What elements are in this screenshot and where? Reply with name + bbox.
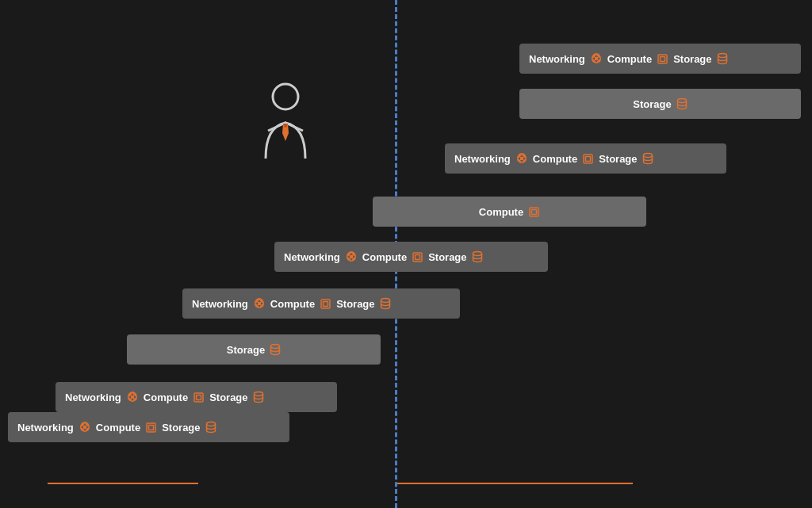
bar-8-storage-label: Storage — [209, 392, 247, 403]
storage-icon-6 — [380, 297, 391, 310]
svg-point-0 — [273, 84, 298, 109]
bar-8-compute-label: Compute — [144, 392, 188, 403]
compute-icon-4 — [528, 206, 540, 218]
bar-6-storage-label: Storage — [336, 298, 374, 310]
bar-5-compute-label: Compute — [362, 251, 407, 263]
networking-icon-8 — [126, 391, 139, 403]
person-icon — [254, 79, 317, 166]
svg-rect-19 — [197, 395, 201, 399]
bar-6-compute-label: Compute — [270, 298, 315, 310]
networking-icon-1 — [590, 52, 603, 65]
bar-8-networking-label: Networking — [65, 392, 121, 403]
svg-point-17 — [271, 345, 280, 349]
svg-rect-9 — [530, 208, 538, 216]
bar-row-8: Networking Compute Storage — [56, 382, 337, 412]
svg-point-13 — [473, 252, 481, 256]
bar-row-7: Storage — [127, 334, 381, 365]
compute-icon-8 — [193, 392, 205, 403]
compute-icon-5 — [412, 251, 423, 263]
storage-icon-8 — [253, 391, 264, 403]
bar-3-compute-label: Compute — [533, 153, 577, 165]
compute-icon-6 — [320, 298, 331, 310]
bar-5-networking-label: Networking — [284, 251, 340, 263]
compute-icon-1 — [657, 53, 668, 65]
diagram-container: Networking Compute Storage Storage Netwo… — [0, 0, 812, 508]
storage-icon-1 — [717, 52, 728, 65]
bar-row-3: Networking Compute Storage — [445, 143, 726, 174]
svg-point-4 — [718, 54, 726, 58]
bar-1-compute-label: Compute — [607, 53, 652, 65]
bottom-line-left — [48, 483, 198, 484]
bar-7-storage-label: Storage — [227, 344, 265, 356]
bar-2-storage-label: Storage — [633, 98, 671, 110]
bar-6-networking-label: Networking — [192, 298, 248, 310]
svg-rect-6 — [584, 155, 592, 163]
bar-9-compute-label: Compute — [96, 422, 140, 434]
bar-row-9: Networking Compute Storage — [8, 412, 289, 442]
svg-point-20 — [254, 392, 262, 396]
networking-icon-6 — [253, 297, 266, 310]
svg-point-8 — [643, 154, 652, 158]
svg-rect-15 — [324, 301, 328, 306]
svg-rect-12 — [416, 254, 420, 259]
svg-rect-14 — [321, 300, 330, 308]
bottom-line-right — [395, 483, 633, 484]
bar-row-4: Compute — [373, 197, 646, 227]
svg-rect-3 — [661, 56, 665, 61]
storage-icon-9 — [205, 421, 216, 434]
compute-icon-3 — [582, 153, 594, 165]
bar-row-5: Networking Compute Storage — [274, 242, 548, 272]
bar-4-compute-label: Compute — [479, 206, 523, 218]
networking-icon-9 — [79, 421, 91, 434]
storage-icon-7 — [270, 343, 281, 356]
storage-icon-5 — [472, 250, 483, 263]
bar-1-storage-label: Storage — [673, 53, 711, 65]
bar-3-storage-label: Storage — [599, 153, 637, 165]
svg-rect-21 — [147, 423, 155, 432]
svg-rect-10 — [532, 209, 537, 214]
networking-icon-3 — [515, 152, 528, 165]
networking-icon-5 — [345, 250, 358, 263]
bar-1-networking-label: Networking — [529, 53, 585, 65]
bar-9-networking-label: Networking — [17, 422, 74, 434]
svg-rect-2 — [658, 55, 667, 63]
compute-icon-9 — [145, 422, 157, 434]
svg-point-5 — [677, 99, 686, 103]
bar-row-6: Networking Compute Storage — [182, 288, 460, 319]
svg-rect-11 — [413, 253, 422, 262]
bar-row-1: Networking Compute Storage — [519, 44, 801, 74]
storage-icon-2 — [676, 97, 688, 110]
svg-point-16 — [381, 299, 389, 303]
svg-rect-7 — [586, 156, 591, 161]
bar-9-storage-label: Storage — [162, 422, 200, 434]
svg-point-23 — [206, 422, 215, 426]
svg-rect-18 — [194, 393, 203, 402]
bar-5-storage-label: Storage — [428, 251, 466, 263]
storage-icon-3 — [642, 152, 653, 165]
bar-3-networking-label: Networking — [454, 153, 511, 165]
bar-row-2: Storage — [519, 89, 801, 119]
svg-rect-22 — [149, 425, 154, 430]
